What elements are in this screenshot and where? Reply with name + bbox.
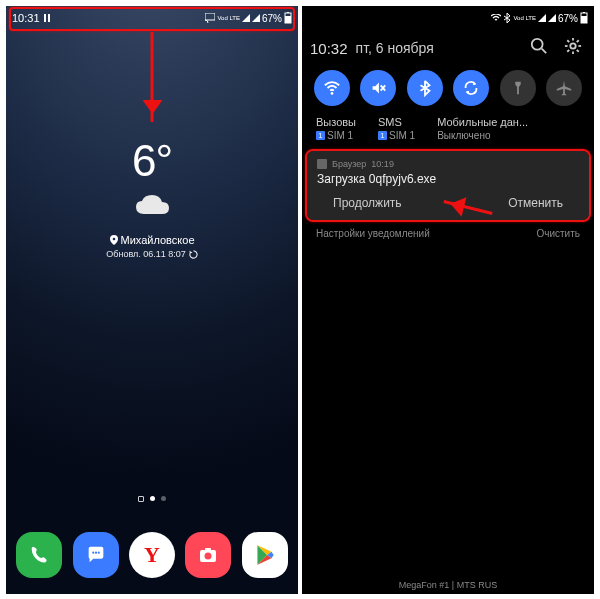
- phone-icon: [28, 544, 50, 566]
- svg-line-25: [567, 50, 569, 52]
- page-indicator: [6, 496, 298, 502]
- shade-date: пт, 6 ноября: [356, 40, 518, 56]
- qs-wifi[interactable]: [314, 70, 350, 106]
- yandex-icon: Y: [144, 542, 160, 568]
- search-icon: [530, 37, 548, 55]
- sync-icon: [462, 79, 480, 97]
- svg-rect-15: [583, 12, 585, 13]
- svg-point-11: [205, 553, 212, 560]
- flashlight-icon: [509, 79, 527, 97]
- chat-icon: [85, 544, 107, 566]
- annotation-highlight: [9, 7, 295, 31]
- shade-footer: Настройки уведомлений Очистить: [302, 220, 594, 239]
- cloud-icon: [132, 192, 172, 218]
- svg-line-17: [542, 49, 547, 54]
- dock: Y: [6, 532, 298, 578]
- qs-sync[interactable]: [453, 70, 489, 106]
- weather-updated: Обновл. 06.11 8:07: [6, 249, 298, 259]
- page-dot: [161, 496, 166, 501]
- svg-line-26: [577, 40, 579, 42]
- clear-all-button[interactable]: Очистить: [536, 228, 580, 239]
- wifi-icon: [323, 79, 341, 97]
- home-page-dot: [138, 496, 144, 502]
- weather-widget[interactable]: 6° Михайловское Обновл. 06.11 8:07: [6, 136, 298, 259]
- notification-shade: Vod LTE 67% 10:32 пт, 6 ноября Вызовы 1S…: [302, 6, 594, 594]
- signal-icon: [548, 14, 556, 22]
- signal-icon: [538, 14, 546, 22]
- sim-badge-icon: 1: [378, 131, 387, 140]
- shade-time: 10:32: [310, 40, 348, 57]
- sim-settings: Вызовы 1SIM 1 SMS 1SIM 1 Мобильные дан..…: [302, 116, 594, 151]
- refresh-icon: [189, 250, 198, 259]
- notification-settings-link[interactable]: Настройки уведомлений: [316, 228, 430, 239]
- app-play-store[interactable]: [242, 532, 288, 578]
- airplane-icon: [555, 79, 573, 97]
- svg-point-18: [570, 43, 575, 48]
- home-screen: 10:31 Vod LTE 67% 6° Михайловское Обновл…: [6, 6, 298, 594]
- svg-point-9: [97, 552, 99, 554]
- wifi-icon: [491, 14, 501, 22]
- svg-point-8: [95, 552, 97, 554]
- qs-airplane[interactable]: [546, 70, 582, 106]
- temperature: 6°: [6, 136, 298, 186]
- sim-badge-icon: 1: [316, 131, 325, 140]
- bluetooth-icon: [416, 79, 434, 97]
- settings-button[interactable]: [560, 33, 586, 63]
- svg-rect-14: [581, 16, 587, 23]
- svg-point-16: [532, 39, 543, 50]
- shade-header: 10:32 пт, 6 ноября: [302, 30, 594, 66]
- app-messages[interactable]: [73, 532, 119, 578]
- mute-icon: [369, 79, 387, 97]
- search-button[interactable]: [526, 33, 552, 63]
- notification-card[interactable]: Браузер 10:19 Загрузка 0qfpyjv6.exe Прод…: [307, 151, 589, 220]
- camera-icon: [196, 543, 220, 567]
- qs-sound[interactable]: [360, 70, 396, 106]
- battery-pct: 67%: [558, 13, 578, 24]
- battery-icon: [580, 12, 588, 24]
- quick-settings: [302, 66, 594, 116]
- gear-icon: [564, 37, 582, 55]
- sim-calls[interactable]: Вызовы 1SIM 1: [316, 116, 356, 141]
- svg-line-23: [567, 40, 569, 42]
- annotation-arrow-down: [151, 32, 154, 122]
- svg-line-24: [577, 50, 579, 52]
- svg-rect-12: [205, 548, 211, 551]
- svg-point-6: [112, 238, 115, 241]
- svg-point-27: [331, 92, 334, 95]
- carrier-label: MegaFon #1 | MTS RUS: [302, 580, 594, 590]
- svg-point-7: [92, 552, 94, 554]
- pin-icon: [110, 235, 118, 245]
- bluetooth-icon: [503, 13, 511, 23]
- weather-location: Михайловское: [6, 234, 298, 246]
- page-dot: [150, 496, 155, 501]
- qs-bluetooth[interactable]: [407, 70, 443, 106]
- play-store-icon: [252, 542, 278, 568]
- status-bar: Vod LTE 67%: [302, 6, 594, 30]
- qs-flashlight[interactable]: [500, 70, 536, 106]
- app-yandex[interactable]: Y: [129, 532, 175, 578]
- app-phone[interactable]: [16, 532, 62, 578]
- sim-sms[interactable]: SMS 1SIM 1: [378, 116, 415, 141]
- app-camera[interactable]: [185, 532, 231, 578]
- sim-data[interactable]: Мобильные дан... Выключено: [437, 116, 528, 141]
- network-label: Vod LTE: [513, 15, 536, 21]
